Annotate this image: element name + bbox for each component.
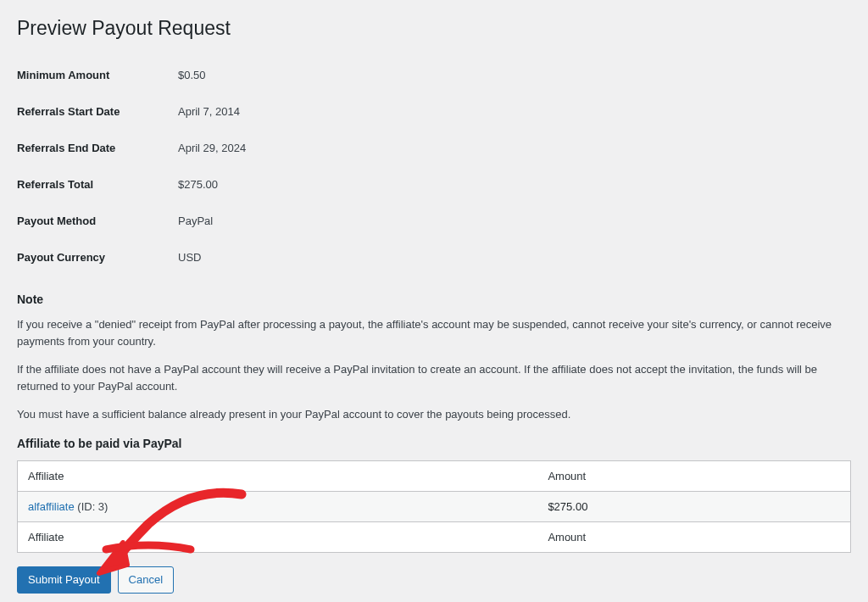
col-header-amount: Amount xyxy=(537,460,850,491)
table-row: alfaffiliate (ID: 3) $275.00 xyxy=(18,491,851,521)
details-table: Minimum Amount $0.50 Referrals Start Dat… xyxy=(17,57,851,276)
col-footer-amount: Amount xyxy=(537,521,850,552)
page-title: Preview Payout Request xyxy=(17,17,851,40)
col-header-affiliate: Affiliate xyxy=(18,460,538,491)
affiliate-id-text: (ID: 3) xyxy=(75,500,108,513)
note-paragraph-2: If the affiliate does not have a PayPal … xyxy=(17,361,851,394)
note-paragraph-3: You must have a sufficient balance alrea… xyxy=(17,406,851,423)
affiliate-amount: $275.00 xyxy=(537,491,850,521)
referrals-start-value: April 7, 2014 xyxy=(178,93,851,130)
note-heading: Note xyxy=(17,293,851,306)
affiliate-link[interactable]: alfaffiliate xyxy=(28,500,75,513)
referrals-end-value: April 29, 2024 xyxy=(178,130,851,166)
referrals-total-value: $275.00 xyxy=(178,166,851,203)
minimum-amount-value: $0.50 xyxy=(178,57,851,93)
referrals-end-label: Referrals End Date xyxy=(17,130,178,166)
button-row: Submit Payout Cancel xyxy=(17,566,851,594)
minimum-amount-label: Minimum Amount xyxy=(17,57,178,93)
submit-payout-button[interactable]: Submit Payout xyxy=(17,566,111,594)
content-wrapper: Preview Payout Request Minimum Amount $0… xyxy=(17,17,851,594)
referrals-start-label: Referrals Start Date xyxy=(17,93,178,130)
payout-method-value: PayPal xyxy=(178,203,851,239)
payout-currency-label: Payout Currency xyxy=(17,239,178,276)
payout-currency-value: USD xyxy=(178,239,851,276)
affiliate-table: Affiliate Amount alfaffiliate (ID: 3) $2… xyxy=(17,460,851,553)
payout-method-label: Payout Method xyxy=(17,203,178,239)
col-footer-affiliate: Affiliate xyxy=(18,521,538,552)
affiliate-section-heading: Affiliate to be paid via PayPal xyxy=(17,437,851,450)
referrals-total-label: Referrals Total xyxy=(17,166,178,203)
note-paragraph-1: If you receive a "denied" receipt from P… xyxy=(17,316,851,349)
cancel-button[interactable]: Cancel xyxy=(118,566,174,594)
